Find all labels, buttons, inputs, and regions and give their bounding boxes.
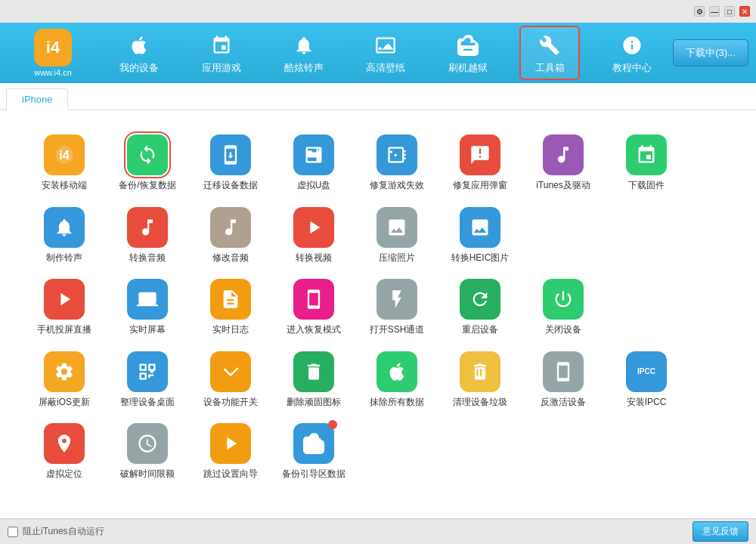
tool-item-erase-all[interactable]: 抹除所有数据: [355, 342, 438, 415]
itunes-driver-icon: [543, 134, 584, 175]
tab-iphone[interactable]: iPhone: [6, 88, 68, 110]
tool-item-fix-game[interactable]: 修复游戏失效: [355, 125, 438, 198]
tabbar: iPhone: [0, 83, 756, 110]
break-time-limit-icon: [127, 423, 168, 464]
nav-item-wallpaper[interactable]: 高清壁纸: [355, 27, 416, 79]
tool-item-edit-audio[interactable]: 修改音频: [189, 198, 272, 270]
tool-item-backup-guide[interactable]: 备份引导区数据: [272, 414, 355, 487]
itunes-driver-label: iTunes及驱动: [536, 180, 590, 192]
close-btn[interactable]: ✕: [739, 6, 750, 17]
itunes-label: 阻止iTunes自动运行: [23, 525, 104, 538]
install-app-icon: i4: [44, 134, 85, 175]
tool-item-screen-cast[interactable]: 手机投屏直播: [23, 270, 106, 342]
tool-item-convert-heic[interactable]: 转换HEIC图片: [438, 198, 522, 270]
tool-row-4: 屏蔽iOS更新整理设备桌面设备功能开关删除顽固图标抹除所有数据清理设备垃圾反激活…: [23, 342, 733, 415]
migrate-icon: [210, 134, 251, 175]
tool-item-fix-popup[interactable]: 修复应用弹窗: [438, 125, 522, 198]
shutdown-device-icon: [543, 279, 584, 320]
tool-item-recovery-mode[interactable]: 进入恢复模式: [272, 270, 355, 342]
device-functions-icon: [210, 351, 251, 392]
tool-item-install-ipcc[interactable]: IPCC安装IPCC: [605, 342, 688, 415]
tool-item-skip-setup[interactable]: 跳过设置向导: [189, 414, 272, 487]
tool-item-convert-video[interactable]: 转换视频: [272, 198, 355, 270]
convert-video-label: 转换视频: [296, 252, 332, 264]
tool-item-download-firmware[interactable]: 下载固件: [605, 125, 688, 198]
tool-item-deactivate[interactable]: 反激活设备: [522, 342, 605, 415]
tool-item-convert-audio[interactable]: 转换音频: [106, 198, 189, 270]
status-left: 阻止iTunes自动运行: [8, 525, 104, 538]
tool-item-restart-device[interactable]: 重启设备: [438, 270, 522, 342]
statusbar: 阻止iTunes自动运行 意见反馈: [0, 518, 756, 544]
nav-items: 我的设备 应用游戏 酷炫铃声 高清壁纸 刷机越狱 工具箱 教程中心: [98, 26, 673, 80]
download-firmware-icon: [626, 134, 667, 175]
nav-label-wallpaper: 高清壁纸: [366, 61, 405, 75]
install-ipcc-icon: IPCC: [626, 351, 667, 392]
organize-desktop-label: 整理设备桌面: [120, 397, 175, 409]
tool-item-real-log[interactable]: 实时日志: [189, 270, 272, 342]
backup-guide-label: 备份引导区数据: [282, 468, 345, 481]
tool-item-block-ios-update[interactable]: 屏蔽iOS更新: [23, 342, 106, 415]
tool-row-2: 制作铃声转换音频修改音频转换视频压缩照片转换HEIC图片: [23, 198, 733, 270]
my-device-icon: [125, 31, 153, 60]
tool-item-real-screen[interactable]: 实时屏幕: [106, 270, 189, 342]
block-ios-update-icon: [44, 351, 85, 392]
itunes-checkbox[interactable]: [8, 527, 18, 537]
settings-btn[interactable]: ⚙: [694, 6, 705, 17]
tool-item-fake-location[interactable]: 虚拟定位: [23, 414, 106, 487]
ssh-tunnel-icon: [376, 279, 417, 320]
device-functions-label: 设备功能开关: [203, 397, 258, 409]
tool-item-itunes-driver[interactable]: iTunes及驱动: [522, 125, 605, 198]
jailbreak-icon: [454, 31, 482, 60]
ssh-tunnel-label: 打开SSH通道: [370, 324, 425, 336]
backup-guide-icon: [293, 423, 334, 464]
tool-row-1: i4安装移动端备份/恢复数据迁移设备数据虚拟U盘修复游戏失效修复应用弹窗iTun…: [23, 125, 733, 198]
tool-item-virtual-udisk[interactable]: 虚拟U盘: [272, 125, 355, 198]
nav-item-tutorial[interactable]: 教程中心: [602, 27, 662, 79]
tool-item-compress-photo[interactable]: 压缩照片: [355, 198, 438, 270]
tool-item-organize-desktop[interactable]: 整理设备桌面: [106, 342, 189, 415]
migrate-label: 迁移设备数据: [203, 180, 258, 192]
logo-icon: i4: [34, 29, 72, 66]
nav-label-my-device: 我的设备: [119, 61, 159, 75]
backup-restore-label: 备份/恢复数据: [119, 180, 175, 192]
tool-item-device-functions[interactable]: 设备功能开关: [189, 342, 272, 415]
tool-item-migrate[interactable]: 迁移设备数据: [189, 125, 272, 198]
install-ipcc-label: 安装IPCC: [627, 397, 667, 409]
nav-item-my-device[interactable]: 我的设备: [109, 27, 169, 79]
tool-item-ssh-tunnel[interactable]: 打开SSH通道: [355, 270, 438, 342]
nav-item-jailbreak[interactable]: 刷机越狱: [438, 27, 498, 79]
real-screen-label: 实时屏幕: [129, 324, 166, 336]
tool-item-break-time-limit[interactable]: 破解时间限额: [106, 414, 189, 487]
fix-popup-icon: [460, 134, 500, 175]
tool-item-backup-restore[interactable]: 备份/恢复数据: [106, 125, 189, 198]
virtual-udisk-icon: [293, 134, 334, 175]
recovery-mode-label: 进入恢复模式: [287, 324, 341, 336]
maximize-btn[interactable]: □: [724, 6, 735, 17]
screen-cast-icon: [44, 279, 85, 320]
minimize-btn[interactable]: —: [709, 6, 720, 17]
tool-item-install-app[interactable]: i4安装移动端: [23, 125, 106, 198]
logo-url: www.i4.cn: [34, 68, 72, 77]
convert-video-icon: [293, 207, 334, 248]
svg-text:i4: i4: [59, 148, 70, 162]
fake-location-label: 虚拟定位: [46, 468, 82, 481]
delete-stubborn-icon: [293, 351, 334, 392]
backup-restore-icon: [127, 134, 168, 175]
nav-item-ringtone[interactable]: 酷炫铃声: [274, 27, 334, 79]
recovery-mode-icon: [293, 279, 334, 320]
real-log-icon: [210, 279, 251, 320]
make-ringtone-label: 制作铃声: [46, 252, 82, 264]
nav-label-tutorial: 教程中心: [612, 61, 652, 75]
screen-cast-label: 手机投屏直播: [37, 324, 91, 336]
tool-row-5: 虚拟定位破解时间限额跳过设置向导备份引导区数据: [23, 414, 733, 487]
nav-item-app-game[interactable]: 应用游戏: [191, 27, 252, 79]
tool-item-make-ringtone[interactable]: 制作铃声: [23, 198, 106, 270]
tool-item-clean-junk[interactable]: 清理设备垃圾: [438, 342, 522, 415]
fix-game-icon: [376, 134, 417, 175]
nav-item-toolbox[interactable]: 工具箱: [519, 26, 580, 80]
feedback-button[interactable]: 意见反馈: [692, 521, 748, 542]
download-button[interactable]: 下载中(3)...: [673, 39, 748, 66]
tool-item-delete-stubborn[interactable]: 删除顽固图标: [272, 342, 355, 415]
nav-label-app-game: 应用游戏: [202, 61, 241, 75]
tool-item-shutdown-device[interactable]: 关闭设备: [522, 270, 605, 342]
